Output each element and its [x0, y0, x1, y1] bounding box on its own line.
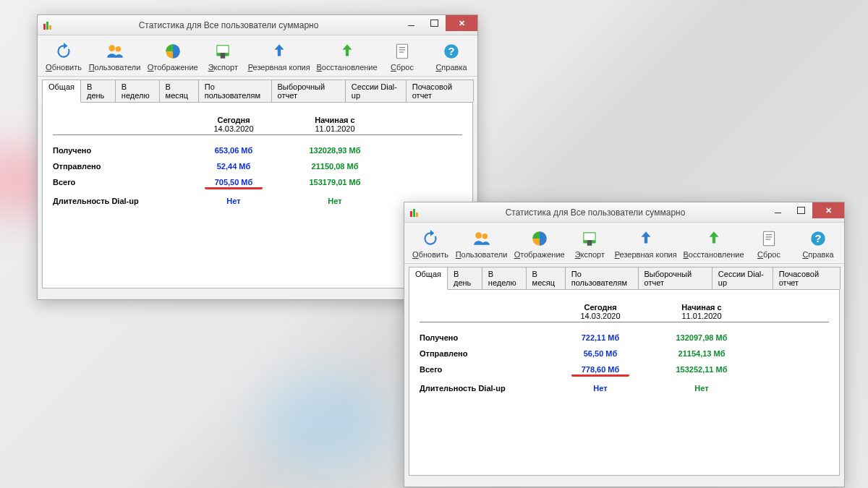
row-label: Получено: [420, 333, 550, 342]
svg-rect-2: [49, 25, 51, 30]
tab-Общая[interactable]: Общая: [409, 267, 448, 290]
export-icon: [213, 41, 233, 61]
minimize-button[interactable]: [766, 202, 789, 218]
stats-window-1: Статистика для Все пользователи суммарно…: [404, 202, 845, 487]
tab-Сессии Dial-up[interactable]: Сессии Dial-up: [345, 80, 407, 102]
close-button[interactable]: [446, 15, 477, 31]
toolbar-label: Резервная копия: [248, 63, 310, 72]
tab-В месяц[interactable]: В месяц: [159, 80, 199, 102]
close-button[interactable]: [812, 202, 844, 218]
tab-В день[interactable]: В день: [80, 80, 116, 102]
row-dialup: Длительность Dial-up Нет Нет: [53, 193, 462, 209]
reset-icon: [392, 41, 412, 61]
tab-В месяц[interactable]: В месяц: [526, 267, 566, 289]
row-total: Всего 705,50 Мб 153179,01 Мб: [53, 174, 462, 193]
tab-Почасовой отчет[interactable]: Почасовой отчет: [406, 80, 474, 102]
toolbar-label: Обновить: [412, 250, 448, 259]
val-since-recv: 132028,93 Мб: [284, 146, 386, 155]
tab-В неделю[interactable]: В неделю: [115, 80, 160, 102]
tab-strip: ОбщаяВ деньВ неделюВ месяцПо пользовател…: [404, 264, 844, 289]
svg-rect-1: [46, 22, 48, 30]
row-recv: Получено 722,11 Мб 132097,98 Мб: [420, 330, 829, 346]
toolbar-label: Сброс: [757, 250, 780, 259]
toolbar-users-button[interactable]: Пользователи: [87, 40, 142, 73]
toolbar-label: Экспорт: [208, 63, 238, 72]
svg-rect-13: [413, 209, 415, 217]
toolbar-display-button[interactable]: Отображение: [512, 227, 566, 260]
row-label: Длительность Dial-up: [420, 384, 550, 393]
tab-Сессии Dial-up[interactable]: Сессии Dial-up: [712, 267, 773, 289]
tab-В неделю[interactable]: В неделю: [482, 267, 527, 289]
toolbar-help-button[interactable]: ? Справка: [431, 40, 472, 73]
tab-Почасовой отчет[interactable]: Почасовой отчет: [773, 267, 841, 289]
toolbar-label: Отображение: [514, 250, 565, 259]
toolbar-label: Справка: [435, 63, 467, 72]
display-icon: [163, 41, 183, 61]
col-today-header: Сегодня14.03.2020: [183, 116, 284, 133]
toolbar-reset-button[interactable]: Сброс: [749, 227, 789, 260]
backup-icon: [636, 228, 656, 249]
svg-rect-12: [410, 211, 412, 217]
toolbar-export-button[interactable]: Экспорт: [203, 40, 243, 73]
toolbar: Обновить Пользователи Отображение Экспор…: [38, 35, 477, 77]
toolbar-label: Отображение: [148, 63, 198, 72]
row-recv: Получено 653,06 Мб 132028,93 Мб: [53, 142, 462, 158]
row-label: Всего: [53, 178, 183, 189]
svg-text:?: ?: [814, 232, 821, 244]
help-icon: ?: [441, 41, 461, 61]
row-total: Всего 778,60 Мб 153252,11 Мб: [420, 361, 829, 380]
val-since-sent: 21154,13 Мб: [651, 349, 752, 358]
toolbar-backup-button[interactable]: Резервная копия: [246, 40, 312, 73]
tab-Выборочный отчет[interactable]: Выборочный отчет: [271, 80, 346, 102]
toolbar-users-button[interactable]: Пользователи: [454, 227, 509, 260]
val-since-dialup: Нет: [651, 384, 752, 393]
toolbar-restore-button[interactable]: Восстановление: [315, 40, 379, 73]
toolbar-label: Сброс: [391, 63, 414, 72]
toolbar-label: Пользователи: [456, 250, 508, 259]
toolbar-display-button[interactable]: Отображение: [145, 40, 200, 73]
tab-По пользователям[interactable]: По пользователям: [565, 267, 639, 289]
minimize-button[interactable]: [399, 15, 422, 31]
svg-point-4: [115, 46, 121, 52]
toolbar-restore-button[interactable]: Восстановление: [681, 227, 746, 260]
col-since-header: Начиная с11.01.2020: [651, 303, 752, 320]
toolbar-backup-button[interactable]: Резервная копия: [613, 227, 678, 260]
maximize-button[interactable]: [422, 15, 446, 31]
svg-rect-20: [587, 240, 592, 246]
tab-В день[interactable]: В день: [447, 267, 482, 289]
content-panel: Сегодня14.03.2020 Начиная с11.01.2020 По…: [409, 289, 840, 476]
col-today-header: Сегодня14.03.2020: [550, 303, 651, 320]
svg-rect-21: [763, 231, 774, 246]
toolbar-reset-button[interactable]: Сброс: [382, 40, 422, 73]
app-icon: [409, 207, 420, 218]
users-icon: [472, 228, 492, 249]
toolbar-label: Справка: [802, 250, 833, 259]
svg-point-16: [482, 234, 488, 239]
row-label: Отправлено: [53, 162, 183, 171]
tab-strip: ОбщаяВ деньВ неделюВ месяцПо пользовател…: [38, 77, 477, 102]
svg-rect-0: [43, 24, 46, 30]
tab-По пользователям[interactable]: По пользователям: [198, 80, 272, 102]
maximize-button[interactable]: [789, 202, 812, 218]
tab-Выборочный отчет[interactable]: Выборочный отчет: [638, 267, 712, 289]
users-icon: [105, 41, 125, 61]
titlebar: Статистика для Все пользователи суммарно: [38, 15, 477, 35]
svg-rect-9: [396, 44, 407, 59]
row-sent: Отправлено 56,50 Мб 21154,13 Мб: [420, 346, 829, 361]
toolbar-refresh-button[interactable]: Обновить: [43, 40, 84, 73]
val-today-dialup: Нет: [183, 197, 284, 205]
row-label: Отправлено: [420, 349, 550, 358]
reset-icon: [759, 228, 779, 249]
toolbar-help-button[interactable]: ? Справка: [798, 227, 838, 260]
row-label: Получено: [53, 146, 183, 155]
toolbar: Обновить Пользователи Отображение Экспор…: [404, 223, 844, 264]
row-dialup: Длительность Dial-up Нет Нет: [420, 380, 829, 396]
tab-Общая[interactable]: Общая: [42, 80, 81, 103]
val-today-recv: 653,06 Мб: [183, 146, 284, 155]
toolbar-refresh-button[interactable]: Обновить: [410, 227, 451, 260]
toolbar-label: Пользователи: [89, 63, 141, 72]
window-title: Статистика для Все пользователи суммарно: [425, 207, 766, 218]
val-today-total: 705,50 Мб: [183, 178, 284, 189]
toolbar-export-button[interactable]: Экспорт: [569, 227, 610, 260]
val-today-recv: 722,11 Мб: [550, 333, 651, 342]
